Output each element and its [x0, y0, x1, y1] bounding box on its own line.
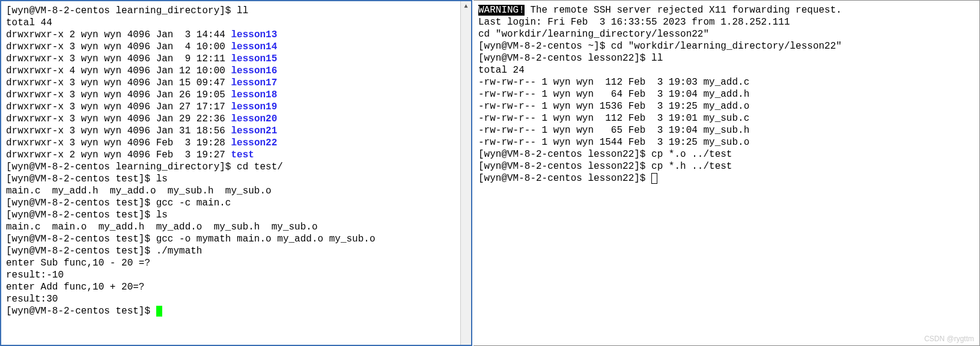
terminal-left-pane[interactable]: [wyn@VM-8-2-centos learning_directory]$ …: [0, 0, 472, 346]
directory-link: lesson21: [231, 126, 277, 136]
listing-row: -rw-rw-r-- 1 wyn wyn 112 Feb 3 19:01 my_…: [478, 112, 975, 124]
terminal-line: [wyn@VM-8-2-centos test]$ gcc -o mymath …: [6, 233, 466, 245]
terminal-line: total 24: [478, 64, 975, 76]
directory-link: lesson18: [231, 90, 277, 100]
directory-link: lesson22: [231, 138, 277, 148]
directory-link: lesson19: [231, 102, 277, 112]
listing-row: drwxrwxr-x 2 wyn wyn 4096 Feb 3 19:27 te…: [6, 149, 466, 161]
terminal-line: Last login: Fri Feb 3 16:33:55 2023 from…: [478, 16, 975, 28]
listing-row: drwxrwxr-x 4 wyn wyn 4096 Jan 12 10:00 l…: [6, 65, 466, 77]
scrollbar[interactable]: ▲: [460, 1, 471, 345]
terminal-line: WARNING! The remote SSH server rejected …: [478, 4, 975, 16]
terminal-right-pane[interactable]: WARNING! The remote SSH server rejected …: [473, 0, 980, 346]
terminal-line: [wyn@VM-8-2-centos ~]$ cd "workdir/learn…: [478, 40, 975, 52]
listing-row: drwxrwxr-x 2 wyn wyn 4096 Jan 3 14:44 le…: [6, 29, 466, 41]
terminal-line: [wyn@VM-8-2-centos lesson22]$ ll: [478, 52, 975, 64]
terminal-line: [wyn@VM-8-2-centos test]$ ls: [6, 173, 466, 185]
cursor-icon: [651, 173, 657, 184]
terminal-line: [wyn@VM-8-2-centos test]$ ./mymath: [6, 245, 466, 257]
terminal-line: [wyn@VM-8-2-centos lesson22]$ cp *.h ../…: [478, 160, 975, 172]
listing-row: -rw-rw-r-- 1 wyn wyn 65 Feb 3 19:04 my_s…: [478, 124, 975, 136]
watermark: CSDN @rygttm: [924, 335, 974, 344]
terminal-prompt-line[interactable]: [wyn@VM-8-2-centos test]$: [6, 305, 466, 317]
listing-row: drwxrwxr-x 3 wyn wyn 4096 Jan 31 18:56 l…: [6, 125, 466, 137]
terminal-line: [wyn@VM-8-2-centos learning_directory]$ …: [6, 5, 466, 17]
scroll-up-icon[interactable]: ▲: [461, 1, 471, 12]
directory-link: test: [231, 150, 254, 160]
listing-row: drwxrwxr-x 3 wyn wyn 4096 Jan 27 17:17 l…: [6, 101, 466, 113]
terminal-line: [wyn@VM-8-2-centos lesson22]$ cp *.o ../…: [478, 148, 975, 160]
terminal-line: cd "workdir/learning_directory/lesson22": [478, 28, 975, 40]
directory-link: lesson17: [231, 77, 277, 88]
listing-row: -rw-rw-r-- 1 wyn wyn 1544 Feb 3 19:25 my…: [478, 136, 975, 148]
directory-link: lesson16: [231, 65, 277, 76]
listing-row: drwxrwxr-x 3 wyn wyn 4096 Jan 29 22:36 l…: [6, 113, 466, 125]
directory-link: lesson20: [231, 114, 277, 124]
terminal-line: main.c my_add.h my_add.o my_sub.h my_sub…: [6, 185, 466, 197]
terminal-line: [wyn@VM-8-2-centos test]$ ls: [6, 209, 466, 221]
listing-row: -rw-rw-r-- 1 wyn wyn 112 Feb 3 19:03 my_…: [478, 76, 975, 88]
directory-link: lesson14: [231, 41, 277, 52]
listing-row: -rw-rw-r-- 1 wyn wyn 1536 Feb 3 19:25 my…: [478, 100, 975, 112]
listing-row: -rw-rw-r-- 1 wyn wyn 64 Feb 3 19:04 my_a…: [478, 88, 975, 100]
terminal-line: main.c main.o my_add.h my_add.o my_sub.h…: [6, 221, 466, 233]
terminal-line: result:-10: [6, 269, 466, 281]
terminal-line: result:30: [6, 293, 466, 305]
terminal-line: [wyn@VM-8-2-centos test]$ gcc -c main.c: [6, 197, 466, 209]
listing-row: drwxrwxr-x 3 wyn wyn 4096 Jan 26 19:05 l…: [6, 89, 466, 101]
terminal-prompt-line[interactable]: [wyn@VM-8-2-centos lesson22]$: [478, 172, 975, 184]
terminal-line: [wyn@VM-8-2-centos learning_directory]$ …: [6, 161, 466, 173]
cursor-icon: [156, 306, 162, 317]
warning-badge: WARNING!: [478, 5, 525, 16]
listing-row: drwxrwxr-x 3 wyn wyn 4096 Jan 4 10:00 le…: [6, 41, 466, 53]
directory-link: lesson15: [231, 53, 277, 64]
terminal-line: total 44: [6, 17, 466, 29]
terminal-line: enter Sub func,10 - 20 =?: [6, 257, 466, 269]
directory-link: lesson13: [231, 29, 277, 40]
listing-row: drwxrwxr-x 3 wyn wyn 4096 Jan 9 12:11 le…: [6, 53, 466, 65]
listing-row: drwxrwxr-x 3 wyn wyn 4096 Feb 3 19:28 le…: [6, 137, 466, 149]
terminal-line: enter Add func,10 + 20=?: [6, 281, 466, 293]
listing-row: drwxrwxr-x 3 wyn wyn 4096 Jan 15 09:47 l…: [6, 77, 466, 89]
